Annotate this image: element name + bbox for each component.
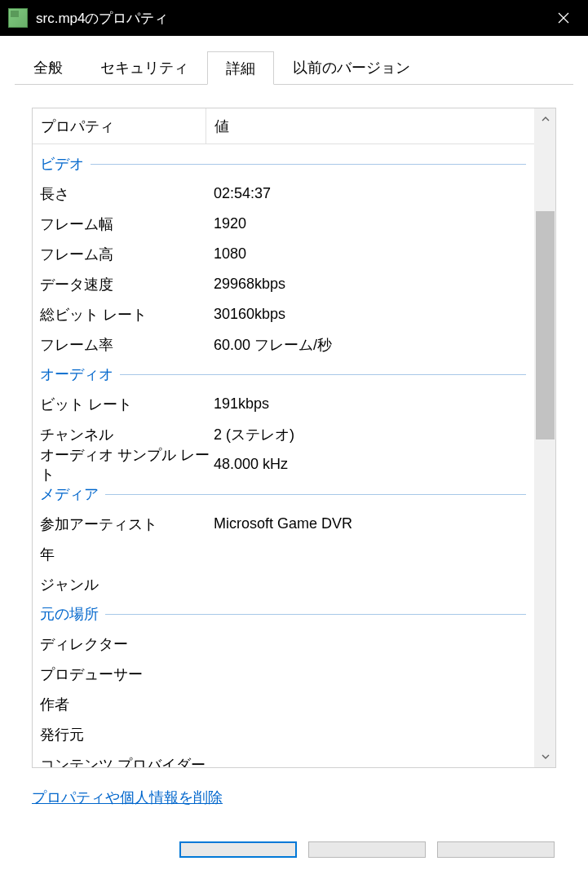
property-list: プロパティ 値 ビデオ 長さ 02:54:37 フレーム幅 1920 [33, 108, 534, 767]
property-list-box: プロパティ 値 ビデオ 長さ 02:54:37 フレーム幅 1920 [32, 108, 556, 768]
label-length: 長さ [40, 184, 214, 204]
label-frame-height: フレーム高 [40, 245, 214, 264]
value-length: 02:54:37 [214, 185, 526, 202]
group-line [120, 374, 526, 375]
group-header-video: ビデオ [33, 149, 534, 179]
ok-button[interactable] [179, 841, 297, 858]
group-label-origin: 元の場所 [40, 604, 99, 624]
close-button[interactable] [539, 0, 588, 36]
cancel-button[interactable] [308, 841, 426, 858]
row-year[interactable]: 年 [33, 539, 534, 569]
tab-security[interactable]: セキュリティ [82, 51, 207, 84]
titlebar: src.mp4のプロパティ [0, 0, 588, 36]
chevron-up-icon [542, 117, 550, 121]
value-data-rate: 29968kbps [214, 276, 526, 293]
label-producer: プロデューサー [40, 665, 214, 684]
tab-details[interactable]: 詳細 [207, 51, 274, 85]
scroll-down-button[interactable] [535, 746, 555, 767]
row-producer[interactable]: プロデューサー [33, 659, 534, 689]
label-director: ディレクター [40, 634, 214, 654]
label-total-bitrate: 総ビット レート [40, 305, 214, 325]
label-genre: ジャンル [40, 575, 214, 594]
property-list-header: プロパティ 値 [33, 108, 534, 144]
property-scroll-area: ビデオ 長さ 02:54:37 フレーム幅 1920 フレーム高 1080 [33, 144, 534, 767]
row-total-bitrate[interactable]: 総ビット レート 30160kbps [33, 299, 534, 329]
scroll-track[interactable] [535, 130, 555, 746]
tab-previous-versions[interactable]: 以前のバージョン [274, 51, 429, 84]
value-total-bitrate: 30160kbps [214, 306, 526, 323]
value-frame-height: 1080 [214, 245, 526, 263]
row-artist[interactable]: 参加アーティスト Microsoft Game DVR [33, 509, 534, 539]
label-frame-width: フレーム幅 [40, 214, 214, 234]
label-sample-rate: オーディオ サンプル レート [40, 445, 214, 484]
group-label-media: メディア [40, 484, 99, 504]
group-line [91, 164, 526, 165]
value-frame-width: 1920 [214, 215, 526, 232]
dialog-content: 全般 セキュリティ 詳細 以前のバージョン プロパティ 値 ビデオ 長さ [0, 36, 588, 866]
label-publisher: 発行元 [40, 725, 214, 744]
group-line [105, 494, 526, 495]
row-frame-rate[interactable]: フレーム率 60.00 フレーム/秒 [33, 329, 534, 360]
label-year: 年 [40, 545, 214, 564]
chevron-down-icon [542, 754, 550, 759]
scroll-up-button[interactable] [535, 108, 555, 130]
tab-bar: 全般 セキュリティ 詳細 以前のバージョン [15, 51, 573, 85]
row-publisher[interactable]: 発行元 [33, 719, 534, 749]
value-frame-rate: 60.00 フレーム/秒 [214, 335, 526, 355]
row-genre[interactable]: ジャンル [33, 569, 534, 599]
tab-body-details: プロパティ 値 ビデオ 長さ 02:54:37 フレーム幅 1920 [15, 85, 573, 866]
label-channels: チャンネル [40, 425, 214, 444]
apply-button[interactable] [437, 841, 555, 858]
remove-properties-link[interactable]: プロパティや個人情報を削除 [32, 788, 223, 807]
header-value[interactable]: 値 [206, 108, 534, 144]
label-audio-bitrate: ビット レート [40, 395, 214, 414]
label-author: 作者 [40, 695, 214, 714]
file-icon [8, 8, 28, 28]
close-icon [558, 12, 569, 24]
value-sample-rate: 48.000 kHz [214, 456, 526, 473]
row-director[interactable]: ディレクター [33, 629, 534, 659]
value-artist: Microsoft Game DVR [214, 515, 526, 532]
label-data-rate: データ速度 [40, 275, 214, 294]
row-content-provider[interactable]: コンテンツ プロバイダー [33, 749, 534, 767]
row-frame-height[interactable]: フレーム高 1080 [33, 239, 534, 269]
value-channels: 2 (ステレオ) [214, 425, 526, 444]
row-author[interactable]: 作者 [33, 689, 534, 719]
value-audio-bitrate: 191kbps [214, 395, 526, 413]
row-length[interactable]: 長さ 02:54:37 [33, 179, 534, 209]
scroll-thumb[interactable] [536, 211, 555, 439]
tab-general[interactable]: 全般 [15, 51, 82, 84]
label-content-provider: コンテンツ プロバイダー [40, 755, 214, 768]
row-data-rate[interactable]: データ速度 29968kbps [33, 269, 534, 299]
group-label-audio: オーディオ [40, 364, 113, 384]
dialog-button-row [32, 841, 556, 858]
group-header-audio: オーディオ [33, 360, 534, 389]
label-artist: 参加アーティスト [40, 514, 214, 534]
scrollbar[interactable] [534, 108, 555, 767]
group-label-video: ビデオ [40, 154, 84, 174]
row-audio-bitrate[interactable]: ビット レート 191kbps [33, 389, 534, 419]
row-frame-width[interactable]: フレーム幅 1920 [33, 209, 534, 239]
header-property[interactable]: プロパティ [33, 108, 206, 144]
group-header-origin: 元の場所 [33, 599, 534, 629]
group-line [105, 614, 526, 615]
row-sample-rate[interactable]: オーディオ サンプル レート 48.000 kHz [33, 449, 534, 479]
label-frame-rate: フレーム率 [40, 335, 214, 355]
window-title: src.mp4のプロパティ [36, 9, 539, 28]
